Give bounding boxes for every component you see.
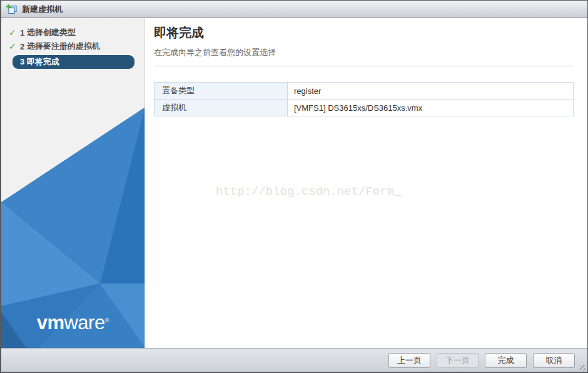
- next-button: 下一页: [437, 353, 479, 368]
- page-subtitle: 在完成向导之前查看您的设置选择: [154, 47, 574, 58]
- resize-handle[interactable]: [580, 365, 585, 370]
- header-divider: [154, 66, 574, 66]
- table-row: 置备类型 register: [155, 83, 574, 100]
- step-number: 3: [20, 57, 24, 66]
- vmware-logo: vmware®: [1, 312, 144, 334]
- vm-value: [VMFS1] DS3615xs/DS3615xs.vmx: [288, 100, 574, 116]
- wizard-content: 即将完成 在完成向导之前查看您的设置选择 置备类型 register 虚拟机 […: [145, 18, 587, 348]
- step-label: 选择要注册的虚拟机: [27, 41, 100, 52]
- check-icon: ✓: [9, 41, 20, 51]
- step-number: 1: [20, 28, 24, 38]
- provision-type-label: 置备类型: [155, 83, 288, 100]
- wizard-step-3[interactable]: 3 即将完成: [13, 55, 134, 69]
- wizard-step-1[interactable]: ✓ 1 选择创建类型: [1, 26, 144, 39]
- footer-bar: 上一页 下一页 完成 取消: [1, 348, 587, 372]
- table-row: 虚拟机 [VMFS1] DS3615xs/DS3615xs.vmx: [155, 100, 574, 116]
- window-title: 新建虚拟机: [22, 4, 63, 15]
- titlebar: 新建虚拟机: [1, 1, 587, 18]
- step-label: 即将完成: [27, 57, 59, 66]
- finish-button[interactable]: 完成: [485, 353, 527, 368]
- step-number: 2: [20, 42, 24, 51]
- new-vm-icon: [6, 4, 18, 14]
- summary-table: 置备类型 register 虚拟机 [VMFS1] DS3615xs/DS361…: [154, 82, 574, 116]
- wizard-steps: ✓ 1 选择创建类型 ✓ 2 选择要注册的虚拟机 3 即将完成: [1, 18, 144, 69]
- new-vm-wizard-window: 新建虚拟机 ✓ 1 选择创建类型 ✓ 2 选择要注册的: [0, 0, 588, 373]
- watermark-text: http://blog.csdn.net/Form_: [216, 185, 401, 198]
- step-label: 选择创建类型: [27, 27, 76, 38]
- check-icon: ✓: [9, 28, 20, 38]
- wizard-body: ✓ 1 选择创建类型 ✓ 2 选择要注册的虚拟机 3 即将完成 vmware® …: [1, 18, 587, 348]
- wizard-steps-sidebar: ✓ 1 选择创建类型 ✓ 2 选择要注册的虚拟机 3 即将完成 vmware®: [1, 18, 145, 348]
- page-title: 即将完成: [154, 24, 574, 41]
- vm-label: 虚拟机: [155, 100, 288, 116]
- previous-button[interactable]: 上一页: [388, 353, 430, 368]
- wizard-step-2[interactable]: ✓ 2 选择要注册的虚拟机: [1, 39, 144, 53]
- cancel-button[interactable]: 取消: [533, 353, 575, 368]
- provision-type-value: register: [288, 83, 574, 100]
